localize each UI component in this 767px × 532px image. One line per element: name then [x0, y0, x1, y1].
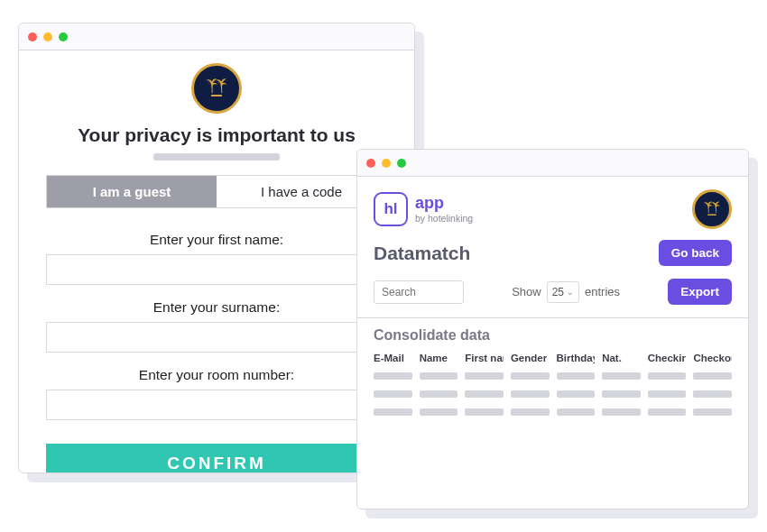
cell-placeholder: [557, 372, 596, 380]
datamatch-window: hl app by hotelinking Datamatch Go back: [356, 149, 749, 509]
window-titlebar: [357, 150, 748, 177]
entries-control: Show 25 ⌄ entries: [512, 281, 620, 303]
col-email[interactable]: E-Mail: [374, 353, 412, 363]
cell-placeholder: [374, 372, 412, 380]
cell-placeholder: [693, 372, 732, 380]
col-name[interactable]: Name: [420, 353, 458, 363]
export-button[interactable]: Export: [668, 279, 732, 305]
cell-placeholder: [465, 390, 504, 398]
table-row[interactable]: [374, 408, 732, 416]
col-firstname[interactable]: First name: [465, 353, 504, 363]
palm-tree-icon: [702, 199, 722, 219]
cell-placeholder: [374, 408, 412, 416]
tab-guest[interactable]: I am a guest: [47, 176, 217, 207]
maximize-icon[interactable]: [397, 159, 406, 168]
cell-placeholder: [465, 372, 504, 380]
cell-placeholder: [693, 408, 732, 416]
auth-tabs: I am a guest I have a code: [46, 175, 387, 208]
cell-placeholder: [465, 408, 504, 416]
surname-field[interactable]: [46, 322, 387, 353]
table-header: E-Mail Name First name Gender Birthday N…: [374, 353, 732, 363]
cell-placeholder: [557, 390, 596, 398]
divider: [357, 317, 748, 318]
consolidate-heading: Consolidate data: [374, 327, 732, 344]
search-input[interactable]: [374, 280, 464, 304]
hotel-logo: [692, 189, 732, 229]
entries-value: 25: [552, 286, 564, 298]
cell-placeholder: [511, 408, 550, 416]
app-name: app: [415, 195, 473, 211]
guest-form: Enter your first name: Enter your surnam…: [46, 217, 387, 473]
entries-label: entries: [585, 285, 620, 298]
cell-placeholder: [648, 390, 687, 398]
col-birthday[interactable]: Birthday: [557, 353, 596, 363]
guest-form-window: Your privacy is important to us I am a g…: [18, 23, 415, 473]
show-label: Show: [512, 285, 541, 298]
cell-placeholder: [693, 390, 732, 398]
cell-placeholder: [420, 408, 458, 416]
app-brand: hl app by hotelinking: [374, 192, 473, 226]
chevron-down-icon: ⌄: [567, 288, 574, 297]
table-row[interactable]: [374, 372, 732, 380]
cell-placeholder: [602, 390, 641, 398]
cell-placeholder: [557, 408, 596, 416]
svg-rect-0: [211, 95, 222, 96]
maximize-icon[interactable]: [59, 32, 68, 41]
col-gender[interactable]: Gender: [511, 353, 550, 363]
table-row[interactable]: [374, 390, 732, 398]
label-first-name: Enter your first name:: [46, 232, 387, 248]
app-byline: by hotelinking: [415, 213, 473, 224]
cell-placeholder: [511, 372, 550, 380]
data-table: E-Mail Name First name Gender Birthday N…: [374, 353, 732, 416]
col-nat[interactable]: Nat.: [602, 353, 641, 363]
close-icon[interactable]: [28, 32, 37, 41]
svg-rect-1: [707, 215, 716, 216]
label-surname: Enter your surname:: [46, 299, 387, 316]
cell-placeholder: [602, 372, 641, 380]
cell-placeholder: [648, 372, 687, 380]
col-checkin[interactable]: Checkin: [648, 353, 687, 363]
confirm-button[interactable]: CONFIRM: [46, 444, 387, 473]
label-room: Enter your room number:: [46, 367, 387, 383]
hotel-logo: [191, 63, 242, 114]
first-name-field[interactable]: [46, 254, 387, 285]
page-title: Your privacy is important to us: [78, 124, 356, 146]
section-title: Datamatch: [374, 243, 470, 264]
entries-select[interactable]: 25 ⌄: [547, 281, 579, 303]
cell-placeholder: [420, 372, 458, 380]
minimize-icon[interactable]: [43, 32, 52, 41]
app-logo-icon: hl: [374, 192, 408, 226]
window-titlebar: [19, 23, 414, 50]
palm-tree-icon: [204, 76, 229, 101]
cell-placeholder: [374, 390, 412, 398]
cell-placeholder: [511, 390, 550, 398]
room-number-field[interactable]: [46, 390, 387, 420]
cell-placeholder: [420, 390, 458, 398]
cell-placeholder: [648, 408, 687, 416]
close-icon[interactable]: [366, 159, 375, 168]
col-checkout[interactable]: Checkout: [693, 353, 732, 363]
minimize-icon[interactable]: [382, 159, 391, 168]
cell-placeholder: [602, 408, 641, 416]
subtitle-placeholder: [153, 153, 280, 161]
go-back-button[interactable]: Go back: [659, 240, 732, 266]
